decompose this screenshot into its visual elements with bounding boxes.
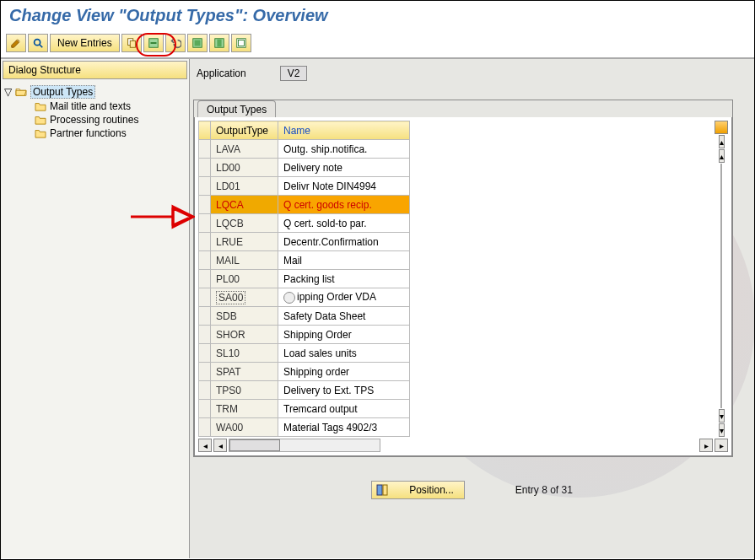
cell-output-type[interactable]: SHOR: [211, 326, 278, 344]
scroll-down-button[interactable]: ▾: [719, 409, 725, 423]
table-row[interactable]: LRUEDecentr.Confirmation: [199, 233, 410, 251]
cell-output-type[interactable]: SDB: [211, 307, 278, 326]
cell-name[interactable]: Shipping Order: [278, 326, 410, 344]
row-selector[interactable]: [199, 233, 211, 251]
row-selector[interactable]: [199, 307, 211, 326]
details-button[interactable]: [28, 34, 48, 52]
cell-name[interactable]: Material Tags 4902/3: [278, 418, 410, 437]
table-settings-button[interactable]: [715, 121, 728, 134]
cell-name[interactable]: Shipping order: [278, 363, 410, 381]
new-entries-button[interactable]: New Entries: [50, 34, 120, 52]
cell-output-type[interactable]: LQCB: [211, 214, 278, 233]
table-row[interactable]: WA00Material Tags 4902/3: [199, 418, 410, 437]
delete-button[interactable]: [143, 34, 164, 52]
cell-output-type[interactable]: LD01: [211, 177, 278, 196]
row-selector[interactable]: [199, 326, 211, 344]
cell-output-type[interactable]: PL00: [211, 270, 278, 288]
toggle-edit-button[interactable]: [6, 34, 26, 52]
row-selector[interactable]: [199, 270, 211, 288]
column-output-type[interactable]: OutputType: [211, 121, 278, 140]
row-selector-header[interactable]: [199, 121, 211, 140]
row-selector[interactable]: [199, 418, 211, 437]
deselect-all-button[interactable]: [231, 34, 251, 52]
f4-help-icon[interactable]: [283, 292, 295, 304]
scroll-up-button[interactable]: ▴: [719, 149, 725, 163]
table-row[interactable]: SPATShipping order: [199, 363, 410, 381]
scroll-left-end-button[interactable]: ◂: [198, 439, 212, 452]
vertical-scroll-track[interactable]: [720, 164, 722, 408]
row-selector[interactable]: [199, 288, 211, 307]
row-selector[interactable]: [199, 214, 211, 233]
dialog-structure-panel: Dialog Structure ▽ Output Types Mail tit…: [1, 59, 190, 558]
scroll-left-button[interactable]: ◂: [213, 439, 227, 452]
output-types-tab[interactable]: Output Types: [197, 100, 276, 117]
cell-output-type[interactable]: LAVA: [211, 140, 278, 159]
cell-output-type[interactable]: LQCA: [211, 196, 278, 214]
table-row[interactable]: LD01Delivr Note DIN4994: [199, 177, 410, 196]
cell-output-type[interactable]: MAIL: [211, 251, 278, 270]
cell-output-type[interactable]: SA00: [211, 288, 278, 307]
cell-name[interactable]: Delivr Note DIN4994: [278, 177, 410, 196]
cell-name[interactable]: Delivery note: [278, 159, 410, 177]
scroll-bottom-button[interactable]: ▾: [719, 423, 725, 437]
tree-item-mail-title[interactable]: Mail title and texts: [4, 100, 186, 113]
cell-name[interactable]: Mail: [278, 251, 410, 270]
cell-output-type[interactable]: LRUE: [211, 233, 278, 251]
svg-rect-12: [377, 485, 382, 495]
cell-output-type[interactable]: TPS0: [211, 381, 278, 400]
undo-button[interactable]: [165, 34, 186, 52]
table-row[interactable]: LAVAOutg. ship.notifica.: [199, 140, 410, 159]
table-row[interactable]: SA00ipping Order VDA: [199, 288, 410, 307]
select-block-button[interactable]: [209, 34, 229, 52]
table-row[interactable]: LQCBQ cert. sold-to par.: [199, 214, 410, 233]
cell-output-type[interactable]: SPAT: [211, 363, 278, 381]
scroll-right-button[interactable]: ▸: [699, 439, 713, 452]
table-row[interactable]: SL10Load sales units: [199, 344, 410, 363]
cell-name[interactable]: Decentr.Confirmation: [278, 233, 410, 251]
position-button[interactable]: Position...: [371, 481, 465, 499]
cell-output-type[interactable]: TRM: [211, 400, 278, 418]
cell-name[interactable]: Packing list: [278, 270, 410, 288]
cell-name[interactable]: ipping Order VDA: [278, 288, 410, 307]
cell-output-type[interactable]: LD00: [211, 159, 278, 177]
row-selector[interactable]: [199, 177, 211, 196]
row-selector[interactable]: [199, 344, 211, 363]
row-selector[interactable]: [199, 196, 211, 214]
row-selector[interactable]: [199, 251, 211, 270]
row-selector[interactable]: [199, 140, 211, 159]
table-row[interactable]: SDBSafety Data Sheet: [199, 307, 410, 326]
table-row[interactable]: LD00Delivery note: [199, 159, 410, 177]
table-row[interactable]: MAILMail: [199, 251, 410, 270]
table-row[interactable]: LQCAQ cert. goods recip.: [199, 196, 410, 214]
cell-name[interactable]: Q cert. sold-to par.: [278, 214, 410, 233]
output-types-table[interactable]: OutputType Name LAVAOutg. ship.notifica.…: [198, 121, 410, 437]
cell-name[interactable]: Delivery to Ext. TPS: [278, 381, 410, 400]
tree-item-processing-routines[interactable]: Processing routines: [4, 113, 186, 127]
scroll-right-end-button[interactable]: ▸: [715, 439, 728, 452]
cell-output-type[interactable]: SL10: [211, 344, 278, 363]
scroll-top-button[interactable]: ▴: [719, 135, 725, 148]
tree-item-partner-functions[interactable]: Partner functions: [4, 127, 186, 140]
cell-name[interactable]: Safety Data Sheet: [278, 307, 410, 326]
cell-output-type[interactable]: WA00: [211, 418, 278, 437]
horizontal-scroll[interactable]: ◂ ◂ ▸ ▸: [198, 439, 728, 452]
row-selector[interactable]: [199, 400, 211, 418]
copy-button[interactable]: [121, 34, 142, 52]
cell-name[interactable]: Load sales units: [278, 344, 410, 363]
expand-icon[interactable]: ▽: [4, 86, 12, 98]
tree-root-output-types[interactable]: ▽ Output Types: [4, 84, 186, 100]
table-row[interactable]: TRMTremcard output: [199, 400, 410, 418]
table-row[interactable]: SHORShipping Order: [199, 326, 410, 344]
table-row[interactable]: PL00Packing list: [199, 270, 410, 288]
cell-name[interactable]: Tremcard output: [278, 400, 410, 418]
row-selector[interactable]: [199, 159, 211, 177]
row-selector[interactable]: [199, 363, 211, 381]
table-row[interactable]: TPS0Delivery to Ext. TPS: [199, 381, 410, 400]
cell-name[interactable]: Outg. ship.notifica.: [278, 140, 410, 159]
cell-name[interactable]: Q cert. goods recip.: [278, 196, 410, 214]
row-selector[interactable]: [199, 381, 211, 400]
select-all-button[interactable]: [187, 34, 208, 52]
column-name[interactable]: Name: [278, 121, 410, 140]
h-scroll-thumb[interactable]: [229, 439, 280, 451]
dialog-structure-tree[interactable]: ▽ Output Types Mail title and texts Proc…: [1, 81, 189, 143]
